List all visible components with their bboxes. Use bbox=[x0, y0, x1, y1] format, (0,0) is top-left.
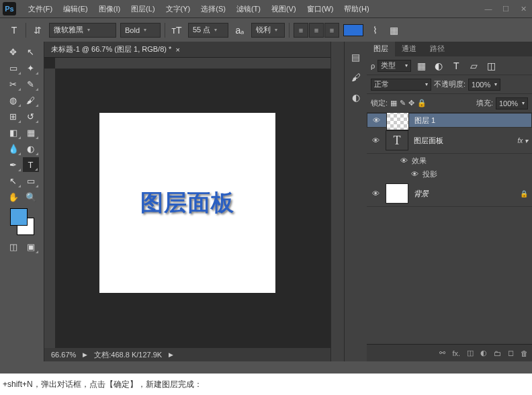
text-orientation-icon[interactable]: ⇵ bbox=[30, 23, 45, 38]
layer-thumb[interactable] bbox=[386, 183, 408, 204]
font-size-select[interactable]: 55 点▾ bbox=[188, 23, 228, 38]
pen-tool[interactable]: ✒ bbox=[5, 157, 21, 172]
minimize-icon[interactable]: — bbox=[480, 5, 497, 13]
foreground-color[interactable] bbox=[10, 208, 28, 226]
gradient-tool[interactable]: ▦ bbox=[23, 125, 39, 140]
fx-badge[interactable]: fx ▾ bbox=[517, 137, 528, 144]
marquee-tool[interactable]: ▭ bbox=[5, 60, 21, 75]
canvas-viewport[interactable]: 图层面板 bbox=[44, 58, 330, 348]
stamp-tool[interactable]: ⊞ bbox=[5, 109, 21, 124]
layer-name[interactable]: 图层 1 bbox=[414, 116, 527, 126]
layer-name[interactable]: 图层面板 bbox=[414, 136, 512, 146]
crop-tool[interactable]: ✂ bbox=[5, 77, 21, 91]
layer-effects-row[interactable]: 👁效果 bbox=[367, 154, 532, 167]
tab-layers[interactable]: 图层 bbox=[367, 42, 395, 56]
type-tool[interactable]: T bbox=[23, 157, 39, 172]
lock-all-icon[interactable]: 🔒 bbox=[417, 99, 427, 107]
opacity-input[interactable]: 100%▾ bbox=[468, 79, 500, 91]
aa-icon: aₐ bbox=[232, 23, 247, 38]
tab-paths[interactable]: 路径 bbox=[423, 42, 451, 56]
shape-tool[interactable]: ▭ bbox=[23, 173, 39, 188]
lock-pos-icon[interactable]: ✥ bbox=[408, 99, 414, 107]
adjust-icon[interactable]: ◐ bbox=[480, 349, 487, 357]
blend-mode-select[interactable]: 正常▾ bbox=[371, 79, 431, 91]
lock-trans-icon[interactable]: ▦ bbox=[390, 99, 397, 107]
font-family-select[interactable]: 微软雅黑▾ bbox=[49, 23, 116, 38]
layer-thumb[interactable]: T bbox=[386, 130, 408, 150]
scrollbar-right[interactable] bbox=[330, 42, 344, 361]
eraser-tool[interactable]: ◧ bbox=[5, 125, 21, 140]
quickmask-icon[interactable]: ◫ bbox=[5, 239, 21, 254]
align-left-icon[interactable]: ≡ bbox=[294, 23, 308, 38]
fill-label: 填充: bbox=[476, 98, 493, 108]
color-swatches[interactable] bbox=[7, 208, 37, 235]
dodge-tool[interactable]: ◐ bbox=[23, 141, 39, 156]
heal-tool[interactable]: ◍ bbox=[5, 93, 21, 107]
document-tab[interactable]: 未标题-1 @ 66.7% (图层 1, RGB/8) * × bbox=[44, 42, 330, 58]
canvas[interactable]: 图层面板 bbox=[99, 113, 275, 293]
filter-shape-icon[interactable]: ▱ bbox=[466, 58, 481, 73]
char-panel-icon[interactable]: ▦ bbox=[386, 23, 401, 38]
hand-tool[interactable]: ✋ bbox=[5, 189, 21, 204]
history-brush-tool[interactable]: ↺ bbox=[23, 109, 39, 124]
arrow-tool[interactable]: ↖ bbox=[23, 44, 39, 59]
visibility-icon[interactable]: 👁 bbox=[371, 189, 380, 198]
move-tool[interactable]: ✥ bbox=[5, 44, 21, 59]
link-layers-icon[interactable]: ⚯ bbox=[439, 349, 445, 357]
history-panel-icon[interactable]: ▤ bbox=[350, 51, 362, 63]
eyedropper-tool[interactable]: ✎ bbox=[23, 77, 39, 91]
close-icon[interactable]: ✕ bbox=[515, 5, 532, 13]
warp-text-icon[interactable]: ⌇ bbox=[367, 23, 382, 38]
tab-channels[interactable]: 通道 bbox=[395, 42, 423, 56]
visibility-icon[interactable]: 👁 bbox=[371, 136, 380, 144]
lock-icon: 🔒 bbox=[520, 190, 528, 198]
menu-view[interactable]: 视图(V) bbox=[266, 4, 302, 14]
menu-edit[interactable]: 编辑(E) bbox=[58, 4, 93, 14]
filter-pixel-icon[interactable]: ▦ bbox=[414, 58, 429, 73]
align-right-icon[interactable]: ≡ bbox=[324, 23, 339, 38]
screenmode-icon[interactable]: ▣ bbox=[23, 239, 39, 254]
menu-filter[interactable]: 滤镜(T) bbox=[231, 4, 266, 14]
mask-icon[interactable]: ◫ bbox=[467, 349, 474, 357]
canvas-text-layer[interactable]: 图层面板 bbox=[140, 187, 234, 218]
maximize-icon[interactable]: ☐ bbox=[497, 5, 515, 13]
menu-image[interactable]: 图像(I) bbox=[93, 4, 126, 14]
swatches-panel-icon[interactable]: ◐ bbox=[350, 91, 362, 103]
group-icon[interactable]: 🗀 bbox=[494, 349, 501, 357]
wand-tool[interactable]: ✦ bbox=[23, 60, 39, 75]
fx-icon[interactable]: fx. bbox=[452, 349, 460, 357]
menu-help[interactable]: 帮助(H) bbox=[339, 4, 374, 14]
filter-smart-icon[interactable]: ◫ bbox=[484, 58, 498, 73]
menu-file[interactable]: 文件(F) bbox=[23, 4, 58, 14]
visibility-icon[interactable]: 👁 bbox=[371, 116, 381, 124]
menu-layer[interactable]: 图层(L) bbox=[126, 4, 160, 14]
new-layer-icon[interactable]: ◻ bbox=[508, 349, 514, 357]
zoom-level[interactable]: 66.67% bbox=[51, 351, 76, 359]
menu-select[interactable]: 选择(S) bbox=[195, 4, 231, 14]
menu-type[interactable]: 文字(Y) bbox=[161, 4, 196, 14]
lock-paint-icon[interactable]: ✎ bbox=[400, 99, 406, 107]
layer-shadow-row[interactable]: 👁投影 bbox=[367, 167, 532, 181]
brush-tool[interactable]: 🖌 bbox=[23, 93, 39, 107]
align-center-icon[interactable]: ≡ bbox=[309, 23, 324, 38]
layer-name[interactable]: 背景 bbox=[414, 189, 515, 199]
layer-row[interactable]: 👁 背景 🔒 bbox=[367, 181, 532, 207]
layer-kind-select[interactable]: 类型▾ bbox=[378, 60, 411, 72]
filter-adjust-icon[interactable]: ◐ bbox=[431, 58, 446, 73]
zoom-tool[interactable]: 🔍 bbox=[23, 189, 39, 204]
antialias-select[interactable]: 锐利▾ bbox=[251, 23, 285, 38]
brush-panel-icon[interactable]: 🖌 bbox=[350, 71, 362, 83]
font-weight-select[interactable]: Bold▾ bbox=[120, 23, 161, 38]
app-window: Ps 文件(F) 编辑(E) 图像(I) 图层(L) 文字(Y) 选择(S) 滤… bbox=[0, 0, 532, 374]
menu-window[interactable]: 窗口(W) bbox=[302, 4, 339, 14]
path-tool[interactable]: ↖ bbox=[5, 173, 21, 188]
filter-type-icon[interactable]: T bbox=[449, 58, 463, 73]
blur-tool[interactable]: 💧 bbox=[5, 141, 21, 156]
layer-thumb[interactable] bbox=[386, 113, 409, 130]
align-buttons: ≡ ≡ ≡ bbox=[294, 23, 339, 38]
fill-input[interactable]: 100%▾ bbox=[496, 97, 528, 109]
text-color-swatch[interactable] bbox=[343, 24, 363, 36]
trash-icon[interactable]: 🗑 bbox=[521, 349, 528, 357]
layer-row[interactable]: 👁 T 图层面板 fx ▾ bbox=[367, 128, 532, 154]
layer-row[interactable]: 👁 图层 1 bbox=[367, 113, 532, 128]
